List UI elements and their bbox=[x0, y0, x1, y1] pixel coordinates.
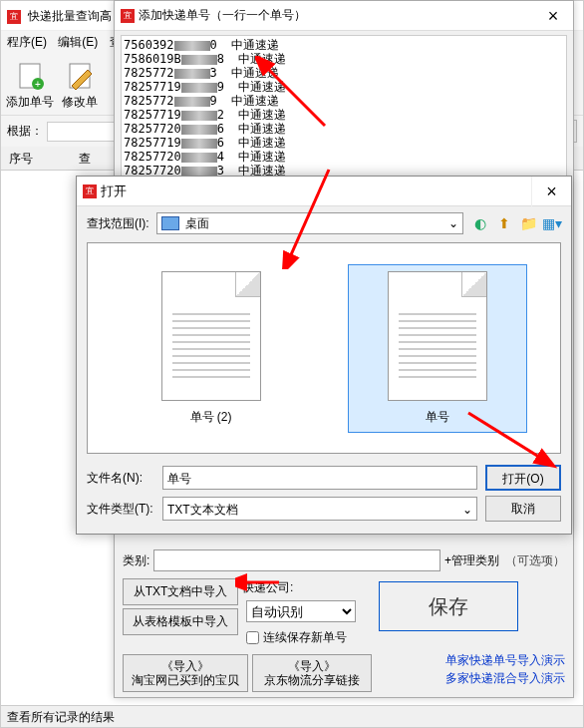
desktop-icon bbox=[161, 216, 179, 230]
search-input[interactable] bbox=[47, 122, 117, 142]
filename-input[interactable]: 单号 bbox=[162, 466, 477, 490]
open-title-bar: 宜 打开 × bbox=[77, 177, 571, 206]
filename-label: 文件名(N): bbox=[87, 470, 162, 487]
menu-edit[interactable]: 编辑(E) bbox=[58, 35, 98, 49]
import-template-button[interactable]: 从表格模板中导入 bbox=[123, 608, 238, 635]
open-button[interactable]: 打开(O) bbox=[485, 465, 561, 491]
open-location-text: 桌面 bbox=[185, 215, 209, 232]
add-close-button[interactable]: × bbox=[533, 1, 573, 31]
th-look: 查 bbox=[71, 147, 111, 170]
category-label: 类别: bbox=[123, 552, 149, 569]
open-close-button[interactable]: × bbox=[531, 177, 571, 206]
save-new-checkbox[interactable] bbox=[246, 631, 259, 644]
chevron-down-icon: ⌄ bbox=[448, 216, 458, 230]
file2-label: 单号 bbox=[426, 410, 449, 424]
import-taobao-button[interactable]: 《导入》 淘宝网已买到的宝贝 bbox=[123, 654, 248, 692]
app-icon: 宜 bbox=[7, 10, 21, 24]
add-title-text: 添加快递单号（一行一个单号） bbox=[139, 7, 306, 24]
file-item-1[interactable]: 单号 (2) bbox=[122, 265, 301, 432]
search-label: 根据： bbox=[7, 123, 43, 140]
open-bottom: 文件名(N): 单号 打开(O) 文件类型(T): TXT文本文档 ⌄ 取消 bbox=[77, 456, 571, 531]
open-toolbar-icons: ◐ ⬆ 📁 ▦▾ bbox=[471, 214, 561, 232]
demo-multi-link[interactable]: 多家快递混合导入演示 bbox=[445, 669, 565, 687]
open-dialog-icon: 宜 bbox=[83, 184, 97, 198]
save-button[interactable]: 保存 bbox=[379, 581, 518, 631]
toolbar-edit-label: 修改单 bbox=[62, 95, 98, 109]
open-range-row: 查找范围(I): 桌面 ⌄ ◐ ⬆ 📁 ▦▾ bbox=[77, 206, 571, 240]
save-new-label: 连续保存新单号 bbox=[263, 629, 347, 646]
back-icon[interactable]: ◐ bbox=[471, 214, 489, 232]
svg-text:+: + bbox=[35, 79, 41, 90]
file1-label: 单号 (2) bbox=[190, 410, 232, 424]
toolbar-add[interactable]: + 添加单号 bbox=[5, 58, 55, 111]
document-icon bbox=[388, 271, 487, 401]
chevron-down-icon: ⌄ bbox=[462, 498, 472, 520]
filetype-value: TXT文本文档 bbox=[167, 498, 238, 520]
menu-program[interactable]: 程序(E) bbox=[7, 35, 47, 49]
main-title-text: 快递批量查询高 bbox=[28, 9, 112, 23]
import-txt-button[interactable]: 从TXT文档中导入 bbox=[123, 578, 238, 605]
toolbar-add-label: 添加单号 bbox=[6, 95, 54, 109]
add-title-bar: 宜 添加快递单号（一行一个单号） × bbox=[115, 1, 573, 31]
courier-select[interactable]: 自动识别 bbox=[246, 600, 356, 622]
import-jd-button[interactable]: 《导入》 京东物流分享链接 bbox=[252, 654, 372, 692]
open-location-select[interactable]: 桌面 ⌄ bbox=[156, 212, 463, 234]
open-dialog: 宜 打开 × 查找范围(I): 桌面 ⌄ ◐ ⬆ 📁 ▦▾ 单号 (2) 单号 bbox=[76, 176, 572, 535]
document-icon bbox=[161, 271, 261, 401]
filetype-select[interactable]: TXT文本文档 ⌄ bbox=[162, 497, 477, 521]
filetype-label: 文件类型(T): bbox=[87, 501, 162, 518]
demo-single-link[interactable]: 单家快递单号导入演示 bbox=[445, 651, 565, 669]
courier-label: 快递公司: bbox=[242, 579, 293, 596]
status-bar: 查看所有记录的结果 bbox=[1, 705, 583, 727]
toolbar-edit[interactable]: 修改单 bbox=[55, 58, 105, 111]
manage-category-link[interactable]: +管理类别 bbox=[444, 552, 499, 569]
demo-links: 单家快递单号导入演示 多家快递混合导入演示 bbox=[445, 651, 565, 695]
category-select[interactable] bbox=[153, 549, 440, 571]
optional-hint: （可选项） bbox=[505, 552, 565, 569]
add-bottom-panel: 类别: +管理类别 （可选项） 从TXT文档中导入 从表格模板中导入 快递公司:… bbox=[115, 540, 573, 705]
open-range-label: 查找范围(I): bbox=[87, 215, 156, 232]
cancel-button[interactable]: 取消 bbox=[485, 496, 561, 522]
add-window-icon: 宜 bbox=[121, 9, 135, 23]
file-list-pane[interactable]: 单号 (2) 单号 bbox=[87, 242, 561, 454]
up-folder-icon[interactable]: ⬆ bbox=[495, 214, 513, 232]
numbers-textarea[interactable]: 75603920 中通速递7586019B8 中通速递78257723 中通速递… bbox=[121, 35, 567, 190]
open-title-text: 打开 bbox=[101, 182, 127, 200]
view-menu-icon[interactable]: ▦▾ bbox=[543, 214, 561, 232]
new-folder-icon[interactable]: 📁 bbox=[519, 214, 537, 232]
file-item-2[interactable]: 单号 bbox=[348, 264, 527, 433]
th-seq: 序号 bbox=[1, 147, 71, 170]
